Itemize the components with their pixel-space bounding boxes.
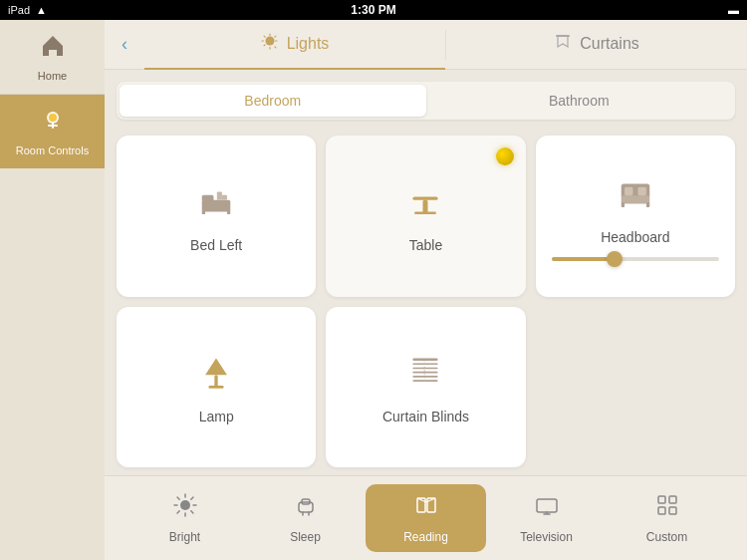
sidebar: Home Room Controls	[0, 20, 105, 560]
light-card-table[interactable]: Table	[326, 136, 525, 297]
lights-tab-label: Lights	[287, 35, 330, 53]
battery-icon: ▬	[728, 4, 739, 16]
lamp-icon	[195, 350, 237, 401]
svg-rect-33	[537, 499, 557, 512]
scene-sleep[interactable]: Sleep	[245, 484, 366, 552]
content-area: ‹ Lights Curtains	[105, 20, 747, 560]
bright-icon	[172, 492, 198, 524]
svg-rect-36	[658, 507, 665, 514]
curtains-tab-label: Curtains	[580, 35, 639, 53]
room-tab-bathroom[interactable]: Bathroom	[426, 85, 733, 117]
tab-lights[interactable]: Lights	[144, 20, 445, 70]
television-label: Television	[520, 530, 573, 544]
svg-point-1	[49, 114, 57, 122]
status-bar-left: iPad ▲	[8, 4, 47, 16]
svg-rect-35	[669, 496, 676, 503]
sidebar-item-room-controls[interactable]: Room Controls	[0, 95, 105, 168]
room-tab-bedroom[interactable]: Bedroom	[120, 85, 426, 117]
scene-custom[interactable]: Custom	[607, 484, 727, 552]
light-card-headboard[interactable]: Headboard	[536, 136, 735, 297]
svg-rect-15	[622, 202, 624, 207]
table-icon	[404, 178, 446, 229]
svg-rect-14	[622, 195, 650, 203]
svg-rect-18	[637, 187, 645, 195]
television-icon	[534, 492, 560, 524]
sidebar-room-controls-label: Room Controls	[16, 144, 89, 156]
table-label: Table	[409, 237, 442, 253]
status-bar: iPad ▲ 1:30 PM ▬	[0, 0, 747, 20]
slider-thumb[interactable]	[607, 251, 622, 267]
scene-television[interactable]: Television	[486, 484, 607, 552]
svg-rect-20	[214, 375, 217, 387]
svg-rect-3	[556, 35, 570, 37]
svg-rect-12	[415, 212, 437, 215]
svg-rect-23	[413, 363, 438, 365]
slider-fill	[552, 257, 611, 261]
svg-rect-37	[669, 507, 676, 514]
lights-tab-icon	[261, 33, 279, 55]
bright-label: Bright	[169, 530, 200, 544]
light-card-lamp[interactable]: Lamp	[117, 307, 316, 468]
main-layout: Home Room Controls ‹	[0, 20, 747, 560]
back-icon: ‹	[122, 34, 127, 55]
svg-rect-5	[202, 195, 214, 202]
svg-rect-4	[202, 200, 231, 212]
lamp-label: Lamp	[199, 409, 234, 424]
svg-rect-11	[423, 200, 428, 213]
headboard-icon	[615, 170, 656, 221]
light-grid: Bed Left Table	[105, 128, 747, 475]
status-bar-time: 1:30 PM	[351, 3, 395, 17]
sleep-icon	[293, 492, 319, 524]
bed-left-icon	[195, 178, 237, 229]
svg-rect-27	[413, 380, 438, 382]
curtains-tab-icon	[554, 33, 572, 55]
back-button[interactable]: ‹	[105, 20, 144, 70]
svg-rect-34	[658, 496, 665, 503]
svg-rect-24	[413, 367, 438, 369]
bathroom-tab-label: Bathroom	[549, 93, 610, 109]
carrier-label: iPad	[8, 4, 30, 16]
svg-rect-25	[413, 372, 438, 374]
wifi-icon: ▲	[36, 4, 47, 16]
svg-rect-21	[209, 386, 224, 389]
svg-rect-26	[413, 376, 438, 378]
svg-marker-19	[205, 358, 227, 375]
sidebar-item-home[interactable]: Home	[0, 20, 105, 95]
curtain-blinds-icon	[404, 350, 446, 401]
svg-point-2	[265, 36, 274, 45]
curtain-blinds-label: Curtain Blinds	[382, 409, 469, 424]
scene-bar: Bright Sleep	[105, 475, 747, 560]
scene-bright[interactable]: Bright	[124, 484, 245, 552]
reading-icon	[413, 492, 439, 524]
status-bar-right: ▬	[728, 4, 739, 16]
slider-track	[552, 257, 719, 261]
custom-label: Custom	[646, 530, 687, 544]
tab-curtains[interactable]: Curtains	[446, 20, 747, 70]
home-icon	[39, 32, 67, 66]
svg-rect-16	[646, 202, 649, 207]
active-indicator	[496, 147, 514, 165]
svg-rect-8	[217, 192, 222, 200]
scene-reading[interactable]: Reading	[366, 484, 486, 552]
svg-rect-7	[227, 210, 230, 214]
top-tab-bar: ‹ Lights Curtains	[105, 20, 747, 70]
svg-rect-17	[624, 187, 632, 195]
bedroom-tab-label: Bedroom	[244, 93, 301, 109]
svg-rect-10	[413, 197, 438, 200]
room-tab-bar: Bedroom Bathroom	[117, 82, 735, 120]
svg-rect-22	[413, 358, 438, 361]
svg-rect-6	[202, 210, 205, 214]
custom-icon	[654, 492, 680, 524]
svg-point-28	[180, 500, 190, 510]
bed-left-label: Bed Left	[190, 237, 242, 253]
headboard-slider[interactable]	[552, 257, 719, 261]
svg-rect-9	[222, 195, 227, 200]
room-controls-icon	[39, 107, 67, 140]
sidebar-home-label: Home	[38, 70, 67, 82]
headboard-label: Headboard	[601, 229, 669, 245]
sleep-label: Sleep	[290, 530, 321, 544]
light-card-curtain-blinds[interactable]: Curtain Blinds	[326, 307, 525, 468]
light-card-bed-left[interactable]: Bed Left	[117, 136, 316, 297]
reading-label: Reading	[403, 530, 448, 544]
